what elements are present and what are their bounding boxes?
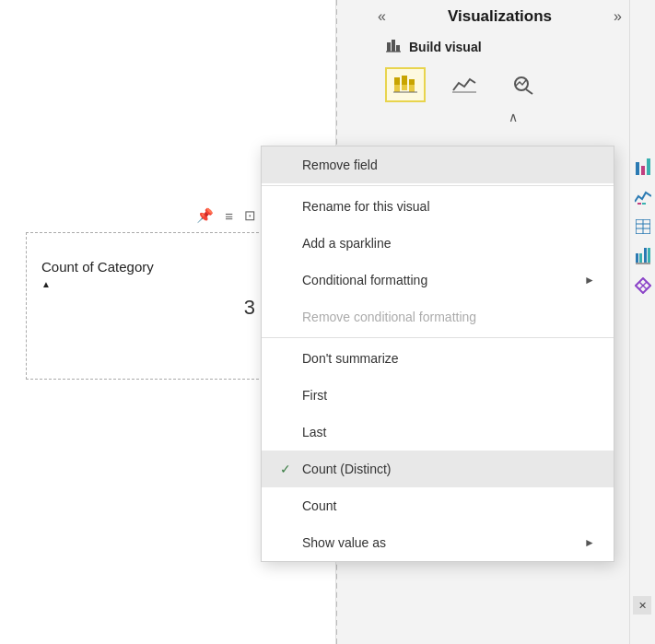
svg-rect-6 [402, 76, 407, 85]
svg-rect-23 [636, 253, 638, 263]
svg-rect-5 [394, 85, 400, 92]
menu-item-show-value-as[interactable]: Show value as ► [262, 524, 614, 561]
menu-item-remove-conditional: Remove conditional formatting [262, 299, 614, 335]
menu-label-first: First [302, 388, 595, 403]
menu-label-conditional-formatting: Conditional formatting [302, 273, 584, 287]
build-visual-icon [385, 37, 402, 56]
up-chevron-area: ∧ [337, 106, 655, 128]
svg-rect-0 [387, 42, 391, 52]
sidebar-icon-bar[interactable] [632, 155, 654, 181]
filter-icon[interactable]: ≡ [225, 208, 233, 224]
viz-header: « Visualizations » [337, 0, 655, 33]
menu-label-remove-conditional: Remove conditional formatting [302, 310, 595, 324]
sidebar-icon-line[interactable] [632, 184, 654, 210]
sidebar-icon-diamond[interactable] [632, 273, 654, 299]
menu-divider-1 [262, 185, 614, 186]
menu-label-count-distinct: Count (Distinct) [302, 462, 595, 476]
menu-item-last[interactable]: Last [262, 414, 614, 451]
pin-icon[interactable]: 📌 [196, 207, 214, 224]
menu-divider-2 [262, 337, 614, 338]
menu-label-rename-visual: Rename for this visual [302, 199, 595, 214]
up-chevron-icon[interactable]: ∧ [509, 110, 518, 124]
svg-rect-7 [402, 85, 407, 90]
sidebar-icon-clustered[interactable] [632, 243, 654, 269]
menu-item-add-sparkline[interactable]: Add a sparkline [262, 225, 614, 262]
svg-line-13 [526, 89, 532, 94]
viz-icons-row [337, 64, 655, 106]
svg-rect-16 [647, 158, 650, 175]
right-sidebar: ✕ [629, 0, 655, 644]
menu-label-remove-field: Remove field [302, 158, 595, 172]
svg-rect-15 [641, 166, 645, 175]
context-menu: Remove field Rename for this visual Add … [261, 146, 614, 562]
svg-rect-24 [639, 253, 642, 263]
expand-icon[interactable]: ⊡ [244, 207, 256, 224]
viz-header-title: Visualizations [393, 7, 606, 26]
menu-label-dont-summarize: Don't summarize [302, 351, 595, 366]
card-value: 3 [244, 296, 255, 320]
build-visual-label: Build visual [409, 40, 482, 54]
sidebar-icon-table[interactable] [632, 214, 654, 240]
svg-rect-2 [396, 45, 400, 52]
menu-label-last: Last [302, 425, 595, 439]
build-visual-row: Build visual [337, 33, 655, 64]
svg-rect-14 [636, 162, 639, 175]
menu-item-dont-summarize[interactable]: Don't summarize [262, 340, 614, 377]
arrow-icon-show-value: ► [584, 536, 595, 549]
menu-item-count-distinct[interactable]: ✓ Count (Distinct) [262, 451, 614, 487]
stacked-bar-icon-btn[interactable] [385, 67, 426, 102]
menu-item-remove-field[interactable]: Remove field [262, 146, 614, 183]
card-title: Count of Category [41, 259, 154, 275]
sort-arrow-icon: ▲ [41, 279, 51, 289]
menu-item-rename-visual[interactable]: Rename for this visual [262, 188, 614, 225]
svg-rect-1 [392, 40, 395, 52]
svg-rect-9 [409, 85, 415, 92]
menu-item-first[interactable]: First [262, 377, 614, 414]
svg-rect-26 [648, 248, 650, 263]
menu-label-show-value-as: Show value as [302, 535, 584, 550]
menu-item-conditional-formatting[interactable]: Conditional formatting ► [262, 262, 614, 299]
line-chart-icon-btn[interactable] [444, 67, 485, 102]
menu-item-count[interactable]: Count [262, 487, 614, 524]
menu-label-count: Count [302, 498, 595, 513]
svg-rect-17 [637, 203, 641, 205]
viz-chevron-left[interactable]: « [378, 8, 386, 25]
svg-rect-8 [409, 79, 415, 85]
close-button[interactable]: ✕ [633, 596, 651, 615]
svg-rect-18 [642, 203, 646, 205]
search-chart-icon-btn[interactable] [503, 67, 544, 102]
visual-card: 📌 ≡ ⊡ ⋯ Count of Category ▲ 3 [26, 232, 282, 380]
viz-chevron-right[interactable]: » [614, 8, 622, 25]
check-icon-count-distinct: ✓ [280, 462, 298, 476]
svg-rect-4 [394, 77, 400, 85]
arrow-icon-conditional: ► [584, 274, 595, 287]
menu-label-add-sparkline: Add a sparkline [302, 236, 595, 251]
svg-rect-25 [644, 248, 647, 263]
